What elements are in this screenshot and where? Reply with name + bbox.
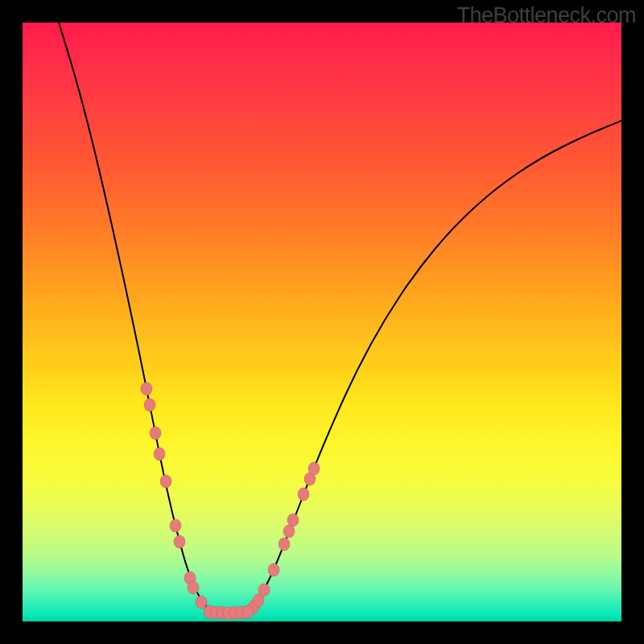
data-marker — [279, 538, 290, 551]
curve-right — [248, 121, 621, 612]
data-marker — [160, 475, 171, 488]
data-marker — [308, 462, 320, 475]
chart-frame: TheBottleneck.com — [0, 0, 644, 644]
plot-area — [23, 23, 621, 621]
curve-svg — [23, 23, 621, 621]
data-marker — [268, 564, 279, 576]
watermark-text: TheBottleneck.com — [456, 3, 636, 28]
data-marker — [144, 398, 155, 411]
markers-bottom-group — [204, 605, 254, 620]
data-marker — [154, 448, 165, 460]
data-marker — [242, 605, 254, 618]
data-marker — [150, 427, 161, 440]
data-marker — [283, 525, 295, 538]
markers-right-group — [248, 462, 320, 613]
data-marker — [188, 581, 199, 594]
data-marker — [196, 596, 207, 609]
data-marker — [141, 382, 152, 395]
curve-left — [59, 23, 212, 612]
data-marker — [170, 519, 181, 532]
data-marker — [174, 535, 185, 548]
data-marker — [258, 584, 270, 597]
data-marker — [287, 514, 299, 526]
markers-left-group — [141, 382, 207, 609]
data-marker — [298, 488, 309, 501]
